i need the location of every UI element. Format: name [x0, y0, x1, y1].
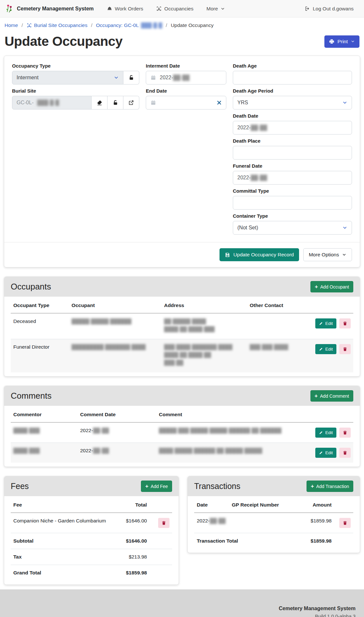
death-place-input[interactable] — [233, 146, 352, 160]
print-button[interactable]: Print — [324, 35, 359, 48]
interment-date-input[interactable]: 2022-██-██ — [146, 71, 226, 84]
edit-comment-button[interactable]: Edit — [315, 448, 336, 458]
breadcrumb-burial-site-occupancies[interactable]: Burial Site Occupancies — [27, 22, 88, 28]
app-brand: Cemetery Management System — [5, 4, 94, 13]
delete-occupant-button[interactable] — [339, 318, 351, 328]
redacted-text: ████ ██ ████ ██ — [164, 352, 245, 358]
container-type-label: Container Type — [233, 213, 352, 219]
nav-logout-label: Log Out d.gowans — [313, 6, 354, 12]
breadcrumb-separator: / — [91, 22, 92, 28]
end-date-clear-button[interactable] — [217, 100, 222, 105]
breadcrumb-separator: / — [166, 22, 167, 28]
comments-table: Commentor Comment Date Comment ████ ███ … — [11, 407, 353, 463]
update-occupancy-record-button[interactable]: Update Occupancy Record — [220, 248, 299, 261]
tulip-logo-icon — [5, 4, 14, 13]
funeral-date-input[interactable]: 2022-██-██ — [233, 171, 352, 185]
death-age-input[interactable] — [233, 71, 352, 84]
delete-occupant-button[interactable] — [339, 344, 351, 354]
end-date-input[interactable] — [146, 96, 226, 109]
footer-app-title: Cemetery Management System — [8, 606, 356, 611]
add-occupant-button[interactable]: + Add Occupant — [310, 281, 353, 292]
death-age-label: Death Age — [233, 63, 352, 69]
pencil-icon — [319, 321, 323, 326]
burial-site-clear-button[interactable] — [92, 96, 107, 109]
transactions-title: Transactions — [194, 482, 240, 491]
trash-icon — [343, 521, 347, 525]
transaction-total-row: Transaction Total $1859.98 — [194, 533, 353, 549]
redacted-text: █████ █████ ██████ — [71, 318, 131, 324]
trash-icon — [343, 430, 347, 435]
death-date-label: Death Date — [233, 113, 352, 119]
fee-name: Companion Niche - Garden Columbarium — [11, 513, 111, 533]
redacted-text: ████ █████ ██████ ██ █████ █████ — [159, 448, 262, 453]
table-row: Companion Niche - Garden Columbarium $16… — [11, 513, 172, 533]
delete-comment-button[interactable] — [339, 428, 351, 438]
redacted-text: ███ ████ ███████ ████ — [164, 344, 245, 350]
edit-occupant-button[interactable]: Edit — [315, 344, 336, 354]
death-date-input[interactable]: 2022-██-██ — [233, 121, 352, 135]
committal-type-input[interactable] — [233, 196, 352, 210]
add-transaction-button[interactable]: + Add Transaction — [307, 481, 353, 492]
column-header: Address — [161, 298, 247, 313]
lock-open-icon — [128, 75, 134, 81]
end-date-label: End Date — [146, 88, 226, 94]
nav-work-orders[interactable]: Work Orders — [105, 6, 145, 12]
committal-type-label: Committal Type — [233, 188, 352, 194]
burial-site-open-link-button[interactable] — [123, 96, 139, 109]
pencil-icon — [319, 431, 323, 435]
chevron-down-icon — [342, 252, 346, 257]
nav-logout[interactable]: Log Out d.gowans — [303, 6, 356, 12]
breadcrumb: Home / Burial Site Occupancies / Occupan… — [0, 18, 364, 32]
delete-comment-button[interactable] — [339, 448, 351, 458]
x-mark-icon — [217, 100, 222, 105]
redacted-text: ███-█-█ — [37, 100, 59, 106]
page-footer: Cemetery Management System Build 1.0.0-a… — [0, 589, 364, 617]
nav-occupancies[interactable]: Occupancies — [154, 6, 195, 12]
transactions-table: Date GP Receipt Number Amount 2022-██-██… — [194, 497, 353, 549]
edit-comment-button[interactable]: Edit — [315, 428, 336, 438]
column-header: Total — [111, 497, 149, 513]
delete-transaction-button[interactable] — [339, 518, 351, 528]
plus-icon: + — [315, 393, 318, 399]
delete-fee-button[interactable] — [158, 518, 169, 528]
breadcrumb-home[interactable]: Home — [5, 22, 18, 28]
redacted-text: ██-██ — [251, 175, 267, 180]
funeral-date-label: Funeral Date — [233, 163, 352, 169]
nav-more[interactable]: More — [205, 6, 227, 12]
column-header: Amount — [296, 497, 334, 513]
column-header: Commentor — [11, 407, 78, 422]
redacted-text: ██-██ — [210, 518, 226, 523]
column-header — [312, 407, 353, 422]
nav-occupancies-label: Occupancies — [164, 6, 194, 12]
more-options-button[interactable]: More Options — [303, 248, 352, 261]
transaction-amount: $1859.98 — [296, 513, 334, 533]
container-type-select[interactable]: (Not Set) — [233, 221, 352, 235]
page-title: Update Occupancy — [5, 34, 122, 49]
footer-build-version: Build 1.0.0-alpha.3 — [8, 613, 356, 617]
trash-icon — [343, 321, 347, 326]
save-icon — [225, 252, 230, 258]
add-fee-button[interactable]: + Add Fee — [141, 481, 172, 492]
occupancy-type-select[interactable]: Interment — [12, 71, 123, 84]
column-header: Other Contact — [247, 298, 312, 313]
breadcrumb-separator: / — [21, 22, 23, 28]
edit-occupant-button[interactable]: Edit — [315, 318, 336, 328]
other-contact — [247, 313, 312, 339]
redacted-text: ███ ███ ████ — [250, 344, 288, 350]
eraser-icon — [96, 100, 103, 106]
breadcrumb-occupancy[interactable]: Occupancy: GC-0L███-█-█ — [96, 22, 162, 28]
transactions-card: Transactions + Add Transaction Date GP R… — [187, 476, 360, 553]
death-age-period-select[interactable]: YRS — [233, 96, 352, 109]
comments-card: Comments + Add Comment Commentor Comment… — [4, 386, 360, 467]
occupancy-type-label: Occupancy Type — [12, 63, 139, 69]
burial-site-input[interactable]: GC-0L-███-█-█ — [12, 96, 92, 109]
burial-site-lock-button[interactable] — [107, 96, 123, 109]
occupancy-type-lock-button[interactable] — [123, 71, 139, 84]
calendar-icon — [150, 100, 156, 106]
chevron-down-icon — [114, 75, 119, 80]
redacted-text: ███ ██ — [164, 360, 245, 366]
add-comment-button[interactable]: + Add Comment — [310, 390, 353, 402]
fees-table: Fee Total Companion Niche - Garden Colum… — [11, 497, 172, 581]
fees-subtotal-row: Subtotal $1646.00 — [11, 533, 172, 549]
chevron-down-icon — [342, 100, 347, 105]
